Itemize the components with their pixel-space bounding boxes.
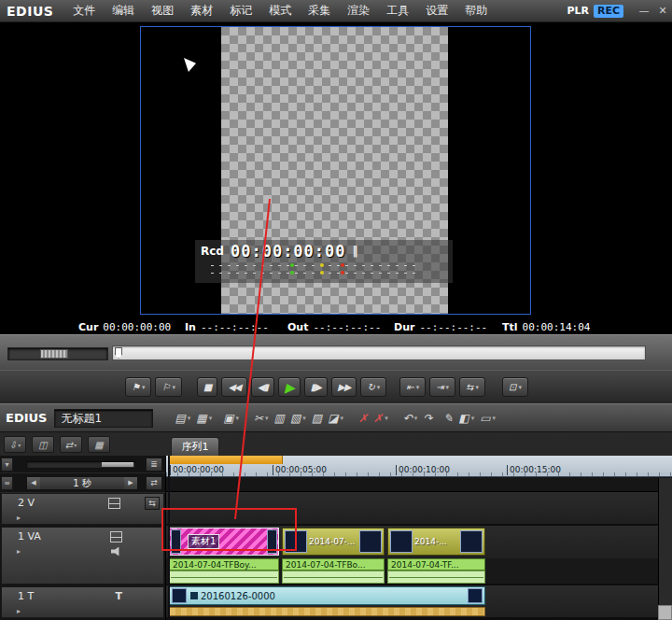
menu-help[interactable]: 帮助 <box>456 0 496 21</box>
ttl-timecode: Ttl00:00:14:04 <box>502 321 590 334</box>
close-button[interactable]: ✕ <box>653 1 672 21</box>
audio-clip-tfboys-1[interactable]: 2014-07-04-TFBoy... <box>169 558 279 571</box>
copy-button[interactable]: ▥ <box>272 410 287 427</box>
panel-menu-button[interactable]: ▾ <box>1 458 13 472</box>
export-button[interactable]: ⊡▾ <box>502 377 528 397</box>
meter-yellow-dot <box>320 263 324 267</box>
cur-label: Cur <box>78 321 98 333</box>
menu-capture[interactable]: 采集 <box>300 0 339 21</box>
duplicate-button[interactable]: ◪▾ <box>325 410 346 427</box>
minimize-button[interactable]: — <box>635 1 653 21</box>
menu-marker[interactable]: 标记 <box>221 0 260 21</box>
menu-tools[interactable]: 工具 <box>378 0 417 21</box>
loop-play-button[interactable]: ↻▾ <box>360 377 386 397</box>
rcd-timecode: 00:00:00:00 <box>231 242 346 261</box>
jog-shuttle-slider[interactable] <box>7 347 108 360</box>
speaker-icon[interactable] <box>111 547 122 557</box>
audio-clip-tfboys-2[interactable]: 2014-07-04-TFBo... <box>282 558 385 571</box>
delete-button[interactable]: ✗ <box>356 410 371 427</box>
monitor-toggle-button[interactable]: ▭▾ <box>477 410 498 427</box>
paste-icon: ▧ <box>290 412 301 425</box>
menu-file[interactable]: 文件 <box>64 0 104 21</box>
ripple-mode-button[interactable]: ⇄▾ <box>60 436 82 453</box>
ripple-delete-button[interactable]: ✗▾ <box>371 410 391 427</box>
audio-waveform[interactable] <box>169 571 279 584</box>
goto-in-button[interactable]: ⇤▾ <box>399 377 426 397</box>
video-channel-icon[interactable] <box>110 531 122 542</box>
timescale-decrease-button[interactable]: ◀ <box>27 477 40 489</box>
track-header-2v[interactable]: 2 V ⇆ ▸ <box>1 493 164 525</box>
redo-button[interactable]: ↷ <box>420 410 435 427</box>
menu-render[interactable]: 渲染 <box>339 0 378 21</box>
add-clip-button[interactable]: ▦▾ <box>193 410 215 427</box>
sync-lock-button[interactable]: ◫ <box>32 436 54 453</box>
save-project-button[interactable]: ▣▾ <box>220 410 242 427</box>
play-around-cursor-button[interactable]: ⇆▾ <box>459 377 485 397</box>
vertical-scrollbar[interactable] <box>658 478 672 605</box>
title-clip-20160126[interactable]: 20160126-0000 <box>169 586 485 605</box>
paste-button[interactable]: ▧▾ <box>287 410 309 427</box>
menu-mode[interactable]: 模式 <box>260 0 300 21</box>
set-in-button[interactable]: ⚑▾ <box>125 377 151 397</box>
track-header-1va[interactable]: 1 VA ▸ <box>1 527 164 585</box>
va-video-lane[interactable]: 素材1 2014-07-... 2014-... <box>166 526 672 558</box>
fit-timeline-button[interactable]: ⇄ <box>146 476 162 490</box>
timeline-clip-2014-07[interactable]: 2014-07-... <box>282 528 385 556</box>
audio-waveform[interactable] <box>282 571 385 584</box>
timeline-clip-sucai1[interactable]: 素材1 <box>169 528 279 556</box>
menu-settings[interactable]: 设置 <box>417 0 456 21</box>
jog-thumb[interactable] <box>40 349 68 359</box>
zoom-slider-thumb[interactable] <box>102 462 133 467</box>
previous-frame-button[interactable]: ◀▮ <box>251 377 274 397</box>
timeline-clip-2014[interactable]: 2014-... <box>387 528 485 556</box>
resize-grip[interactable] <box>658 605 672 620</box>
edit-pen-button[interactable]: ✎ <box>441 410 455 427</box>
menu-edit[interactable]: 编辑 <box>104 0 143 21</box>
timescale-increase-button[interactable]: ▶ <box>124 477 137 489</box>
track-swap-button[interactable]: ⇆ <box>145 497 160 510</box>
track-expand-button[interactable]: ▸ <box>17 514 21 522</box>
timeline-body: ▾ ≣ ≡ ◀ 1 秒 ▶ ⇄ 2 V ⇆ ▸ <box>0 456 672 620</box>
position-slider[interactable] <box>112 345 646 360</box>
project-title: 无标题1 <box>54 409 153 428</box>
track-expand-button[interactable]: ▸ <box>17 547 21 556</box>
audio-waveform[interactable] <box>387 571 485 584</box>
snap-button[interactable]: ▦ <box>88 436 110 453</box>
menu-view[interactable]: 视图 <box>143 0 182 21</box>
replace-button[interactable]: ▨ <box>309 410 325 427</box>
goto-out-button[interactable]: ⇥▾ <box>429 377 455 397</box>
ttl-label: Ttl <box>502 321 518 333</box>
audio-clip-tfboys-3[interactable]: 2014-07-04-TF... <box>387 558 485 571</box>
timeline-playhead[interactable] <box>168 456 170 620</box>
title-mixer-strip[interactable] <box>169 607 485 616</box>
cut-button[interactable]: ✂▾ <box>251 410 272 427</box>
position-slider-thumb[interactable] <box>115 347 122 359</box>
track-expand-button[interactable]: ▸ <box>17 607 21 615</box>
stop-button[interactable]: ■ <box>197 377 217 397</box>
video-channel-icon[interactable] <box>108 498 120 509</box>
panel-list-button[interactable]: ≡ <box>1 476 13 490</box>
track-content-1t[interactable]: 20160126-0000 <box>166 585 672 617</box>
timeline-zoom-slider[interactable] <box>26 460 136 469</box>
fast-forward-button[interactable]: ▶▶ <box>331 377 357 397</box>
rewind-button[interactable]: ◀◀ <box>221 377 246 397</box>
plr-mode-label[interactable]: PLR <box>567 5 589 17</box>
set-out-button[interactable]: ⚐▾ <box>155 377 181 397</box>
va-audio-label-lane[interactable]: 2014-07-04-TFBoy... 2014-07-04-TFBo... 2… <box>166 558 672 571</box>
timeline-ruler[interactable]: 00:00:00:00 00:00:05:00 00:00:10:00 00:0… <box>166 456 672 477</box>
track-content-2v[interactable] <box>166 492 672 524</box>
new-sequence-button[interactable]: ▤▾ <box>172 410 193 427</box>
track-height-button[interactable]: ≣ <box>146 458 162 472</box>
chevron-down-icon: ▾ <box>236 415 240 422</box>
tab-sequence-1[interactable]: 序列1 <box>171 437 219 457</box>
next-frame-button[interactable]: ▮▶ <box>304 377 328 397</box>
track-header-1t[interactable]: 1 T T ▸ <box>1 586 164 618</box>
mixer-button[interactable]: ◧▾ <box>455 410 477 427</box>
menu-clip[interactable]: 素材 <box>182 0 221 21</box>
insert-overwrite-mode-button[interactable]: ⇩▾ <box>4 436 26 453</box>
rec-mode-badge[interactable]: REC <box>594 5 623 18</box>
undo-button[interactable]: ↶▾ <box>400 410 421 427</box>
va-waveform-lane[interactable] <box>166 571 672 584</box>
chevron-down-icon: ▾ <box>377 384 381 391</box>
play-button[interactable]: ▶ <box>278 377 301 397</box>
